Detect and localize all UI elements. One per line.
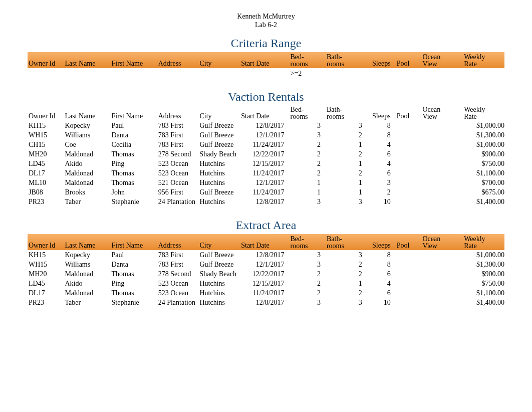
cell-pool [396,250,422,260]
cell-city: Hutchins [198,197,240,207]
col-owner-id: Owner Id [28,106,64,121]
col-address: Address [157,52,199,68]
col-bedrooms: Bed- rooms [290,106,326,121]
col-city: City [198,106,240,121]
cell-ocean-view [421,159,463,168]
table-row: PR23TaberStephanie24 PlantationHutchins1… [28,197,504,207]
cell-bathrooms: 2 [326,269,367,279]
cell-city: Gulf Breeze [198,260,240,269]
cell-first-name: Thomas [111,269,157,279]
cell-ocean-view [421,260,463,269]
cell-ocean-view [421,168,463,178]
cell-owner-id: DL17 [28,288,64,298]
cell-bedrooms: 3 [290,130,326,140]
cell-first-name: Ping [111,279,157,288]
vacation-rentals-table: Owner Id Last Name First Name Address Ci… [28,106,504,207]
cell-bathrooms: 1 [326,140,367,149]
cell-last-name: Williams [64,130,110,140]
cell-bedrooms: 3 [290,250,326,260]
cell-ocean-view [421,279,463,288]
cell-ocean-view [421,187,463,197]
cell-last-name: Maldonad [64,269,110,279]
cell-address: 523 Ocean [157,168,199,178]
col-bedrooms: Bed- rooms [290,52,326,68]
cell-sleeps: 8 [367,260,396,269]
cell-start-date: 11/24/2017 [240,140,289,149]
cell-first-name: Cecilia [111,140,157,149]
cell-last-name: Maldonad [64,168,110,178]
cell-bedrooms: 1 [290,178,326,187]
cell-weekly-rate: $1,300.00 [463,130,504,140]
cell-bathrooms: 1 [326,178,367,187]
cell-bedrooms: 1 [290,187,326,197]
cell-start-date: 11/24/2017 [240,288,289,298]
cell-ocean-view [421,298,463,307]
cell-bathrooms: 3 [326,197,367,207]
col-last-name: Last Name [64,234,110,250]
cell-bedrooms: 2 [290,168,326,178]
col-sleeps: Sleeps [367,106,396,121]
cell-first-name: Thomas [111,149,157,159]
cell-pool [396,168,422,178]
extract-area-title: Extract Area [28,219,504,232]
cell-last-name: Williams [64,260,110,269]
cell-bathrooms: 3 [326,250,367,260]
cell-city: Hutchins [198,178,240,187]
cell-start-date: 11/24/2017 [240,168,289,178]
col-ocean-view: Ocean View [421,234,463,250]
cell-start-date: 12/8/2017 [240,121,289,130]
cell-first-name: Danta [111,260,157,269]
cell-city: Shady Beach [198,269,240,279]
rentals-header-row: Owner Id Last Name First Name Address Ci… [28,106,504,121]
cell-bedrooms: 2 [290,140,326,149]
col-bathrooms: Bath- rooms [326,52,367,68]
col-pool: Pool [396,234,422,250]
table-row: KH15KopeckyPaul783 FirstGulf Breeze12/8/… [28,250,504,260]
cell-address: 783 First [157,250,199,260]
cell-weekly-rate: $675.00 [463,187,504,197]
cell-last-name: Coe [64,140,110,149]
cell-sleeps: 4 [367,279,396,288]
author-name: Kenneth McMurtrey [28,13,504,21]
cell-bedrooms: 3 [290,197,326,207]
cell-sleeps: 10 [367,298,396,307]
table-row: CH15CoeCecilia783 FirstGulf Breeze11/24/… [28,140,504,149]
cell-last-name: Taber [64,197,110,207]
cell-city: Gulf Breeze [198,187,240,197]
cell-sleeps: 8 [367,130,396,140]
cell-first-name: Stephanie [111,197,157,207]
cell-pool [396,140,422,149]
cell-owner-id: PR23 [28,298,64,307]
cell-start-date: 12/22/2017 [240,149,289,159]
cell-city: Hutchins [198,288,240,298]
col-weekly-rate: Weekly Rate [463,52,504,68]
cell-start-date: 11/24/2017 [240,187,289,197]
cell-weekly-rate: $1,400.00 [463,298,504,307]
cell-start-date: 12/1/2017 [240,260,289,269]
extract-area-table: Owner Id Last Name First Name Address Ci… [28,234,504,307]
col-address: Address [157,106,199,121]
cell-weekly-rate: $1,000.00 [463,121,504,130]
cell-owner-id: PR23 [28,197,64,207]
cell-weekly-rate: $1,000.00 [463,140,504,149]
cell-address: 24 Plantation [157,298,199,307]
cell-first-name: Thomas [111,168,157,178]
cell-bathrooms: 2 [326,168,367,178]
cell-weekly-rate: $1,300.00 [463,260,504,269]
cell-city: Hutchins [198,168,240,178]
cell-sleeps: 6 [367,168,396,178]
cell-bathrooms: 2 [326,288,367,298]
cell-weekly-rate: $700.00 [463,178,504,187]
cell-owner-id: WH15 [28,130,64,140]
cell-address: 521 Ocean [157,178,199,187]
cell-owner-id: DL17 [28,168,64,178]
cell-start-date: 12/8/2017 [240,250,289,260]
col-start-date: Start Date [240,52,289,68]
cell-sleeps: 6 [367,288,396,298]
cell-address: 24 Plantation [157,197,199,207]
col-first-name: First Name [111,106,157,121]
cell-owner-id: KH15 [28,121,64,130]
col-pool: Pool [396,52,422,68]
col-start-date: Start Date [240,234,289,250]
cell-bathrooms: 1 [326,279,367,288]
